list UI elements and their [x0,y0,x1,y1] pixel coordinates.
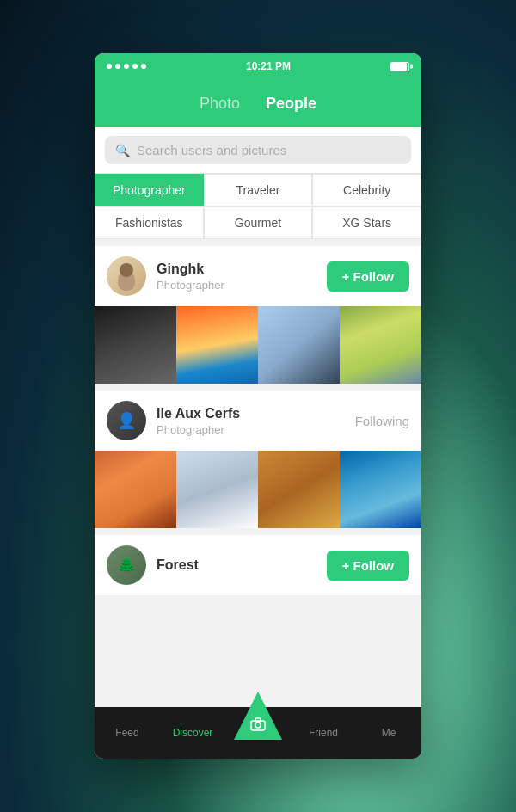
tab-photo[interactable]: Photo [200,95,240,113]
nav-feed[interactable]: Feed [95,727,160,739]
content-area: 🔍 Search users and pictures Photographer… [95,127,421,707]
user-name-ginghk: Ginghk [157,261,316,277]
photo-cell-4 [340,306,421,384]
photo-cell-8 [340,451,421,528]
user-header-ginghk: Ginghk Photographer + Follow [95,246,421,306]
svg-point-1 [255,723,261,728]
nav-friend-label: Friend [309,727,338,739]
svg-rect-2 [255,718,261,722]
user-card-ginghk: Ginghk Photographer + Follow [95,246,421,384]
bottom-nav: Feed Discover Friend Me [95,707,421,759]
photo-cell-7 [258,451,340,528]
nav-me-label: Me [382,727,396,739]
user-name-forest: Forest [157,557,316,573]
filter-fashionistas[interactable]: Fashionistas [95,206,204,239]
phone-frame: 10:21 PM Photo People 🔍 Search users and… [95,53,421,759]
status-time: 10:21 PM [246,60,291,72]
user-info-forest: Forest [157,557,316,573]
user-card-forest: 🌲 Forest + Follow [95,535,421,595]
photo-cell-6 [176,451,258,528]
nav-discover-label: Discover [173,727,213,739]
filter-celebrity[interactable]: Celebrity [312,174,421,206]
user-card-ile: 👤 Ile Aux Cerfs Photographer Following [95,391,421,528]
battery-icon [390,62,409,71]
search-input[interactable]: 🔍 Search users and pictures [105,136,411,164]
following-status-ile: Following [355,414,409,428]
filter-grid: Photographer Traveler Celebrity Fashioni… [95,173,421,239]
signal-dots [107,64,146,69]
filter-xgstars[interactable]: XG Stars [312,206,421,239]
nav-feed-label: Feed [115,727,138,739]
nav-friend[interactable]: Friend [291,727,356,739]
follow-button-ginghk[interactable]: + Follow [327,261,409,292]
user-info-ile: Ile Aux Cerfs Photographer [157,406,345,436]
header: Photo People [95,79,421,127]
photo-cell-2 [176,306,258,384]
filter-traveler[interactable]: Traveler [204,174,313,206]
avatar-ginghk [107,256,146,296]
photo-cell-3 [258,306,340,384]
nav-discover[interactable]: Discover [160,727,225,739]
status-bar: 10:21 PM [95,53,421,79]
user-info-ginghk: Ginghk Photographer [157,261,316,292]
avatar-ile: 👤 [107,401,146,440]
avatar-forest: 🌲 [107,545,146,585]
photo-cell-5 [95,451,176,528]
filter-photographer[interactable]: Photographer [95,174,204,206]
photo-cell-1 [95,306,176,384]
follow-button-forest[interactable]: + Follow [327,551,409,581]
tab-people[interactable]: People [266,95,316,113]
search-bar: 🔍 Search users and pictures [95,127,421,173]
filter-gourmet[interactable]: Gourmet [204,206,313,239]
user-header-ile: 👤 Ile Aux Cerfs Photographer Following [95,391,421,451]
user-type-ginghk: Photographer [157,279,316,292]
search-placeholder: Search users and pictures [137,143,286,157]
search-icon: 🔍 [115,144,130,157]
photo-grid-ile [95,451,421,528]
nav-me[interactable]: Me [356,727,421,739]
user-name-ile: Ile Aux Cerfs [157,406,345,421]
photo-grid-ginghk [95,306,421,384]
user-type-ile: Photographer [157,423,345,436]
